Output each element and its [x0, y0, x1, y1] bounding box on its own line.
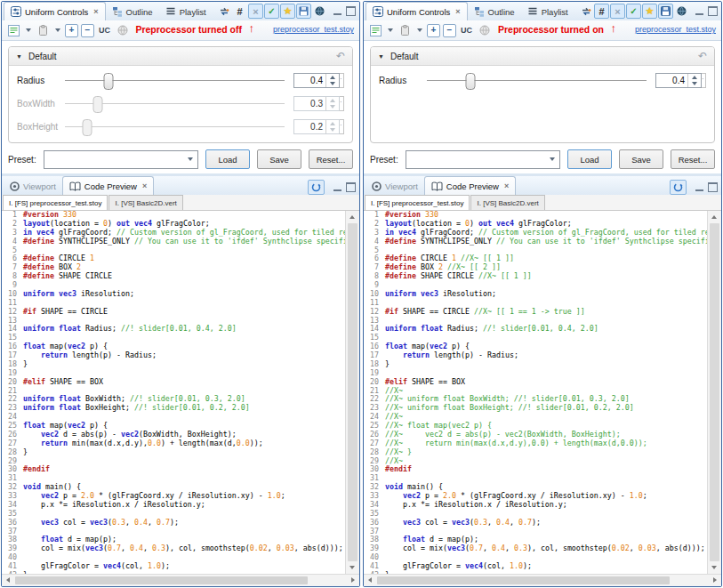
view-menu-icon[interactable]	[368, 23, 383, 38]
code-line[interactable]: 20#elif SHAPE == BOX	[2, 378, 346, 387]
code-line[interactable]: 36 vec3 col = vec3(0.3, 0.4, 0.7);	[364, 519, 708, 528]
code-line[interactable]: 17 return length(p) - Radius;	[364, 351, 708, 360]
group-reset-icon[interactable]: ↶	[336, 50, 345, 62]
spinner-icons[interactable]	[687, 74, 701, 87]
code-line[interactable]: 29	[2, 457, 346, 466]
tab-code-preview[interactable]: Code Preview ×	[62, 176, 154, 195]
code-line[interactable]: 8#define SHAPE CIRCLE	[2, 272, 346, 281]
uc-mode-icon[interactable]: UC	[461, 26, 472, 35]
save-button[interactable]: Save	[257, 149, 301, 169]
view-menu-dropdown-icon[interactable]	[388, 28, 393, 32]
code-line[interactable]: 27//X~ return min(max(d.x,d.y),0.0) + le…	[364, 439, 708, 448]
code-line[interactable]: 29//X~	[364, 457, 708, 466]
clear-uniforms-icon[interactable]: ×	[248, 4, 263, 19]
copy-menu-dropdown-icon[interactable]	[55, 28, 60, 32]
expand-all-icon[interactable]: +	[65, 24, 78, 37]
code-line[interactable]: 8#define SHAPE CIRCLE //X~ [[ 1 ]]	[364, 272, 708, 281]
preprocessor-toggle[interactable]: #	[594, 4, 609, 19]
collapse-all-icon[interactable]: −	[443, 24, 456, 37]
tab-uniform-controls[interactable]: Uniform Controls ×	[4, 2, 106, 20]
tab-viewport[interactable]: Viewport	[4, 177, 62, 195]
shader-file-link[interactable]: preprocessor_test.stoy	[635, 25, 716, 34]
slider-track[interactable]	[65, 119, 285, 134]
preprocessor-toggle[interactable]: #	[232, 4, 247, 19]
favorites-icon[interactable]: ★	[642, 4, 657, 19]
copy-uniforms-icon[interactable]	[36, 23, 51, 38]
code-line[interactable]: 4#define SYNTHCLIPSE_ONLY // You can use…	[2, 238, 346, 246]
group-header[interactable]: ▼ Default ↶	[371, 47, 714, 66]
slider-value-input[interactable]: 0.4	[655, 73, 702, 88]
code-editor[interactable]: 1#version 3302layout(location = 0) out v…	[2, 211, 359, 574]
spinner-icons[interactable]	[325, 74, 339, 87]
code-line[interactable]: 14uniform float Radius; //! slider[0.01,…	[364, 325, 708, 334]
tab-playlist[interactable]: Playlist	[521, 3, 574, 20]
vertical-scrollbar[interactable]	[707, 211, 721, 574]
editor-tab-vertex[interactable]: I. [VS] Basic2D.vert	[470, 195, 544, 210]
code-line[interactable]: 28}	[2, 448, 346, 457]
auto-refresh-toggle[interactable]	[670, 180, 687, 195]
slider-fine-button[interactable]	[702, 73, 706, 88]
code-line[interactable]: 30#endif	[364, 465, 708, 474]
tab-code-preview[interactable]: Code Preview ×	[424, 176, 516, 195]
collapse-triangle-icon[interactable]: ▼	[16, 53, 22, 60]
tab-outline[interactable]: Outline	[106, 3, 159, 20]
copy-menu-dropdown-icon[interactable]	[417, 28, 422, 32]
code-line[interactable]: 10uniform vec3 iResolution;	[2, 290, 346, 299]
save-button[interactable]: Save	[619, 149, 663, 169]
code-line[interactable]: 36 vec3 col = vec3(0.3, 0.4, 0.7);	[2, 519, 346, 528]
slider-fine-button[interactable]	[340, 96, 344, 111]
preset-combo[interactable]	[44, 150, 198, 169]
maximize-view-icon[interactable]	[346, 182, 356, 192]
spinner-icons[interactable]	[325, 97, 339, 110]
vertical-scrollbar[interactable]	[345, 211, 359, 574]
horizontal-scrollbar[interactable]	[2, 574, 359, 586]
minimize-view-icon[interactable]	[333, 187, 341, 191]
editor-tab-fragment[interactable]: I. [FS] preprocessor_test.stoy	[3, 195, 108, 210]
code-line[interactable]: 18}	[364, 360, 708, 369]
editor-tab-fragment[interactable]: I. [FS] preprocessor_test.stoy	[365, 195, 470, 210]
load-button[interactable]: Load	[205, 149, 250, 169]
preset-combo[interactable]	[406, 150, 560, 169]
slider-fine-button[interactable]	[340, 73, 344, 88]
reset-button[interactable]: Reset...	[671, 149, 715, 169]
group-header[interactable]: ▼ Default ↶	[9, 47, 352, 66]
save-icon[interactable]	[296, 4, 311, 19]
code-line[interactable]: 41 glFragColor = vec4(col, 1.0);	[364, 562, 708, 571]
shader-file-link[interactable]: preprocessor_test.stoy	[273, 25, 354, 34]
code-line[interactable]: 12#if SHAPE == CIRCLE //X~ [[ 1 == 1 -> …	[364, 308, 708, 317]
favorites-icon[interactable]: ★	[280, 4, 295, 19]
clear-uniforms-icon[interactable]: ×	[610, 4, 625, 19]
save-icon[interactable]	[658, 4, 673, 19]
slider-value-input[interactable]: 0.4	[293, 73, 340, 88]
code-line[interactable]: 12#if SHAPE == CIRCLE	[2, 308, 346, 317]
tab-viewport[interactable]: Viewport	[366, 177, 424, 195]
code-line[interactable]: 41 glFragColor = vec4(col, 1.0);	[2, 562, 346, 571]
maximize-view-icon[interactable]	[708, 182, 718, 192]
validate-icon[interactable]: ✓	[626, 4, 641, 19]
tab-close-icon[interactable]: ×	[504, 181, 509, 190]
slider-value-input[interactable]: 0.2	[293, 119, 340, 134]
sync-uniforms-icon[interactable]	[216, 4, 231, 19]
code-line[interactable]: 17 return length(p) - Radius;	[2, 351, 346, 360]
tab-close-icon[interactable]: ×	[142, 181, 147, 190]
tab-uniform-controls[interactable]: Uniform Controls ×	[366, 2, 468, 20]
slider-track[interactable]	[65, 96, 285, 111]
code-line[interactable]: 34 p.x *= iResolution.x / iResolution.y;	[364, 501, 708, 510]
editor-tab-vertex[interactable]: I. [VS] Basic2D.vert	[108, 195, 182, 210]
code-line[interactable]: 10uniform vec3 iResolution;	[364, 290, 708, 299]
slider-thumb[interactable]	[82, 119, 92, 136]
combo-chevron-icon[interactable]	[188, 157, 193, 161]
maximize-view-icon[interactable]	[708, 6, 718, 16]
minimize-view-icon[interactable]	[695, 187, 703, 191]
slider-thumb[interactable]	[104, 73, 114, 90]
code-line[interactable]: 30#endif	[2, 465, 346, 474]
slider-track[interactable]	[65, 73, 285, 88]
web-help-icon[interactable]	[674, 4, 689, 19]
group-reset-icon[interactable]: ↶	[698, 50, 707, 62]
code-line[interactable]: 23//X~ uniform float BoxHeight; //! slid…	[364, 404, 708, 413]
code-line[interactable]: 4#define SYNTHCLIPSE_ONLY // You can use…	[364, 238, 708, 246]
horizontal-scrollbar[interactable]	[364, 574, 721, 586]
expand-all-icon[interactable]: +	[427, 24, 440, 37]
code-line[interactable]: 27 return min(max(d.x,d.y),0.0) + length…	[2, 439, 346, 448]
sync-uniforms-icon[interactable]	[578, 4, 593, 19]
